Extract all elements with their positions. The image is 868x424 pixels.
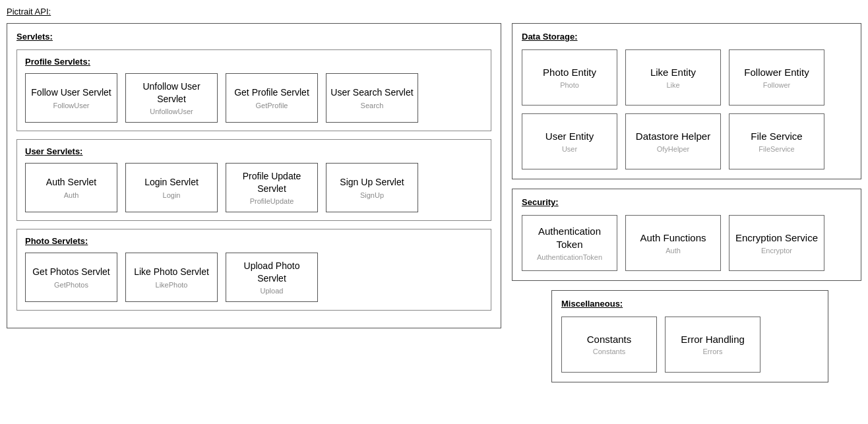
- photo-servlets-row: Get Photos Servlet GetPhotos Like Photo …: [25, 253, 483, 302]
- servlets-section: Servlets: Profile Servlets: Follow User …: [7, 23, 501, 328]
- security-row: Authentication Token AuthenticationToken…: [522, 215, 852, 271]
- data-storage-title: Data Storage:: [522, 32, 852, 42]
- card-auth-token: Authentication Token AuthenticationToken: [522, 215, 617, 271]
- card-datastore-helper: Datastore Helper OfyHelper: [625, 113, 721, 169]
- misc-row: Constants Constants Error Handling Error…: [561, 317, 819, 373]
- card-follower-entity: Follower Entity Follower: [729, 49, 824, 106]
- card-upload-photo: Upload Photo Servlet Upload: [226, 253, 318, 302]
- misc-section: Miscellaneous: Constants Constants Error…: [551, 290, 828, 382]
- security-title: Security:: [522, 197, 852, 207]
- photo-servlets-subsection: Photo Servlets: Get Photos Servlet GetPh…: [16, 229, 491, 311]
- servlets-panel: Servlets: Profile Servlets: Follow User …: [7, 23, 501, 392]
- card-error-handling: Error Handling Errors: [665, 317, 760, 373]
- card-user-search: User Search Servlet Search: [326, 73, 418, 123]
- card-auth-servlet: Auth Servlet Auth: [25, 163, 117, 212]
- servlets-title: Servlets:: [16, 32, 491, 42]
- data-storage-row: Photo Entity Photo Like Entity Like Foll…: [522, 49, 852, 169]
- card-file-service: File Service FileService: [729, 113, 824, 169]
- card-photo-entity: Photo Entity Photo: [522, 49, 617, 106]
- card-like-photo: Like Photo Servlet LikePhoto: [125, 253, 218, 302]
- profile-servlets-row: Follow User Servlet FollowUser Unfollow …: [25, 73, 483, 123]
- card-constants: Constants Constants: [561, 317, 657, 373]
- user-servlets-subsection: User Servlets: Auth Servlet Auth Login S…: [16, 139, 491, 221]
- misc-title: Miscellaneous:: [561, 299, 819, 309]
- card-profile-update: Profile Update Servlet ProfileUpdate: [226, 163, 318, 212]
- card-login-servlet: Login Servlet Login: [125, 163, 218, 212]
- user-servlets-row: Auth Servlet Auth Login Servlet Login Pr…: [25, 163, 483, 212]
- profile-servlets-subsection: Profile Servlets: Follow User Servlet Fo…: [16, 49, 491, 131]
- card-get-photos: Get Photos Servlet GetPhotos: [25, 253, 117, 302]
- photo-servlets-title: Photo Servlets:: [25, 236, 483, 246]
- card-unfollow-user: Unfollow User Servlet UnfollowUser: [125, 73, 218, 123]
- card-user-entity: User Entity User: [522, 113, 617, 169]
- user-servlets-title: User Servlets:: [25, 146, 483, 156]
- card-sign-up: Sign Up Servlet SignUp: [326, 163, 418, 212]
- card-follow-user: Follow User Servlet FollowUser: [25, 73, 117, 123]
- data-storage-section: Data Storage: Photo Entity Photo Like En…: [512, 23, 861, 179]
- security-section: Security: Authentication Token Authentic…: [512, 189, 861, 281]
- card-auth-functions: Auth Functions Auth: [625, 215, 721, 271]
- page-title: Pictrait API:: [7, 7, 861, 16]
- profile-servlets-title: Profile Servlets:: [25, 57, 483, 67]
- card-get-profile: Get Profile Servlet GetProfile: [226, 73, 318, 123]
- right-panel: Data Storage: Photo Entity Photo Like En…: [512, 23, 861, 392]
- card-encryption-service: Encryption Service Encryptor: [729, 215, 824, 271]
- card-like-entity: Like Entity Like: [625, 49, 721, 106]
